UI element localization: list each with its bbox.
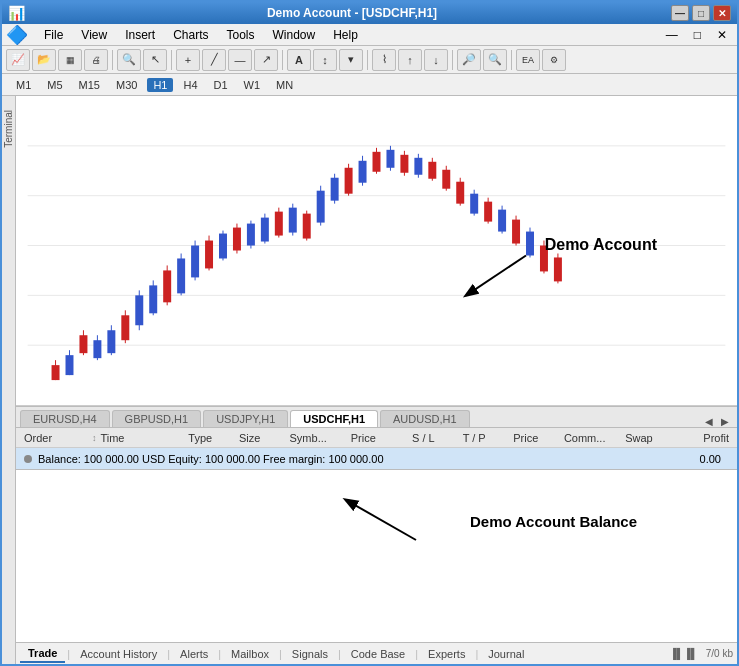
hline-btn[interactable]: —: [228, 49, 252, 71]
app-window: 📊 Demo Account - [USDCHF,H1] — □ ✕ 🔷 Fil…: [0, 0, 739, 666]
inner-minimize[interactable]: —: [660, 27, 684, 43]
tab-signals[interactable]: Signals: [284, 646, 336, 662]
tab-alerts[interactable]: Alerts: [172, 646, 216, 662]
window-controls: — □ ✕: [671, 5, 731, 21]
indicator-btn[interactable]: ⚙: [542, 49, 566, 71]
menu-window[interactable]: Window: [265, 26, 324, 44]
zoom-in-btn[interactable]: 🔍: [117, 49, 141, 71]
svg-rect-10: [79, 335, 87, 353]
window-title: Demo Account - [USDCHF,H1]: [267, 6, 437, 20]
maximize-button[interactable]: □: [692, 5, 710, 21]
tf-h1[interactable]: H1: [147, 78, 173, 92]
balance-row: Balance: 100 000.00 USD Equity: 100 000.…: [16, 448, 737, 470]
minimize-button[interactable]: —: [671, 5, 689, 21]
svg-rect-46: [331, 178, 339, 201]
tab-sep-4: |: [279, 648, 282, 660]
tab-trade[interactable]: Trade: [20, 645, 65, 663]
balance-text: Balance: 100 000.00 USD Equity: 100 000.…: [38, 453, 384, 465]
signal-bars: ▐▌▐▌: [669, 648, 697, 659]
crosshair-btn[interactable]: +: [176, 49, 200, 71]
chart-tab-usdchf[interactable]: USDCHF,H1: [290, 410, 378, 427]
zoom-out-chart-btn[interactable]: 🔎: [457, 49, 481, 71]
title-bar: 📊 Demo Account - [USDCHF,H1] — □ ✕: [2, 2, 737, 24]
menu-insert[interactable]: Insert: [117, 26, 163, 44]
menu-tools[interactable]: Tools: [219, 26, 263, 44]
svg-rect-34: [247, 224, 255, 246]
col-sl: S / L: [408, 432, 459, 444]
sep4: [367, 50, 368, 70]
tf-w1[interactable]: W1: [238, 78, 267, 92]
tab-sep-3: |: [218, 648, 221, 660]
svg-rect-16: [121, 315, 129, 340]
col-size: Size: [235, 432, 286, 444]
new-chart-btn[interactable]: 📈: [6, 49, 30, 71]
svg-rect-78: [554, 257, 562, 281]
demo-account-annotation: Demo Account: [545, 236, 657, 254]
col-time: Time: [96, 432, 184, 444]
inner-maximize[interactable]: □: [688, 27, 707, 43]
print-btn[interactable]: 🖨: [84, 49, 108, 71]
line-btn[interactable]: ╱: [202, 49, 226, 71]
tf-h4[interactable]: H4: [177, 78, 203, 92]
inner-close[interactable]: ✕: [711, 27, 733, 43]
col-type: Type: [184, 432, 235, 444]
tab-sep-2: |: [167, 648, 170, 660]
svg-rect-72: [512, 220, 520, 244]
chart-up-btn[interactable]: ↑: [398, 49, 422, 71]
app-logo: 🔷: [6, 24, 28, 46]
open-btn[interactable]: 📂: [32, 49, 56, 71]
zoom-in-chart-btn[interactable]: 🔍: [483, 49, 507, 71]
tab-left-arrow[interactable]: ◀: [701, 416, 717, 427]
menu-help[interactable]: Help: [325, 26, 366, 44]
chart-tab-usdjpy[interactable]: USDJPY,H1: [203, 410, 288, 427]
save-btn[interactable]: ▦: [58, 49, 82, 71]
tf-mn[interactable]: MN: [270, 78, 299, 92]
tf-m15[interactable]: M15: [73, 78, 106, 92]
svg-rect-6: [52, 365, 60, 380]
chart-tab-eurusd[interactable]: EURUSD,H4: [20, 410, 110, 427]
svg-rect-32: [233, 228, 241, 251]
close-button[interactable]: ✕: [713, 5, 731, 21]
sep3: [282, 50, 283, 70]
sep2: [171, 50, 172, 70]
svg-rect-38: [275, 212, 283, 236]
period-sep-btn[interactable]: ⌇: [372, 49, 396, 71]
svg-rect-56: [400, 155, 408, 173]
tab-account-history[interactable]: Account History: [72, 646, 165, 662]
chart-tab-gbpusd[interactable]: GBPUSD,H1: [112, 410, 202, 427]
menu-view[interactable]: View: [73, 26, 115, 44]
svg-rect-52: [373, 152, 381, 172]
trendline-btn[interactable]: ↗: [254, 49, 278, 71]
tf-m1[interactable]: M1: [10, 78, 37, 92]
symbol-btn[interactable]: ▾: [339, 49, 363, 71]
tf-m30[interactable]: M30: [110, 78, 143, 92]
menu-charts[interactable]: Charts: [165, 26, 216, 44]
tab-journal[interactable]: Journal: [480, 646, 532, 662]
chart-tab-audusd[interactable]: AUDUSD,H1: [380, 410, 470, 427]
tab-right-arrow[interactable]: ▶: [717, 416, 733, 427]
chart-area[interactable]: Demo Account: [16, 96, 737, 406]
demo-balance-annotation: Demo Account Balance: [470, 513, 637, 530]
svg-rect-40: [289, 208, 297, 233]
sep6: [511, 50, 512, 70]
svg-rect-60: [428, 162, 436, 179]
tf-d1[interactable]: D1: [208, 78, 234, 92]
chart-down-btn[interactable]: ↓: [424, 49, 448, 71]
tf-m5[interactable]: M5: [41, 78, 68, 92]
svg-rect-70: [498, 210, 506, 232]
tab-mailbox[interactable]: Mailbox: [223, 646, 277, 662]
cursor-btn[interactable]: ↖: [143, 49, 167, 71]
expert-btn[interactable]: EA: [516, 49, 540, 71]
col-order: Order: [20, 432, 92, 444]
window-icon: 📊: [8, 5, 25, 21]
arrow-btn[interactable]: ↕: [313, 49, 337, 71]
svg-rect-8: [66, 355, 74, 375]
tab-experts[interactable]: Experts: [420, 646, 473, 662]
text-btn[interactable]: A: [287, 49, 311, 71]
tab-codebase[interactable]: Code Base: [343, 646, 413, 662]
svg-rect-12: [93, 340, 101, 358]
svg-rect-74: [526, 232, 534, 256]
menu-file[interactable]: File: [36, 26, 71, 44]
chart-tabs: EURUSD,H4 GBPUSD,H1 USDJPY,H1 USDCHF,H1 …: [16, 406, 737, 428]
timeframe-bar: M1 M5 M15 M30 H1 H4 D1 W1 MN: [2, 74, 737, 96]
